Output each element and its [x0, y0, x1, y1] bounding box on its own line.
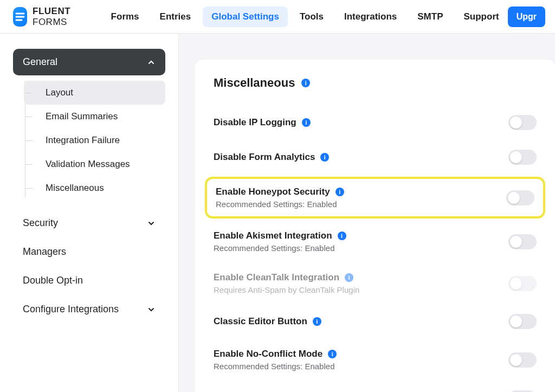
sidebar-item-integration-failure[interactable]: Integration Failure [24, 128, 165, 152]
info-icon[interactable]: i [302, 118, 311, 127]
toggle-switch[interactable] [508, 314, 537, 329]
info-icon[interactable]: i [320, 153, 329, 162]
main-content: Miscellaneous i Disable IP LoggingiDisab… [179, 34, 555, 392]
info-icon[interactable]: i [328, 350, 337, 358]
setting-title: Enable Honeypot Securityi [216, 187, 344, 197]
setting-row: Enable No-Conflict ModeiRecommended Sett… [214, 339, 537, 381]
setting-subtitle: Recommended Settings: Enabled [216, 200, 344, 209]
chevron-up-icon [147, 58, 156, 67]
info-icon[interactable]: i [345, 273, 353, 282]
toggle-switch [508, 276, 537, 291]
sidebar-item-miscellaneous[interactable]: Miscellaneous [24, 176, 165, 200]
topbar: FLUENT FORMS FormsEntriesGlobal Settings… [0, 0, 555, 34]
toggle-switch[interactable] [508, 352, 537, 368]
setting-title: Disable Form Analyticsi [214, 152, 329, 163]
setting-title: Enable CleanTalk Integrationi [214, 272, 359, 283]
nav-item-entries[interactable]: Entries [151, 7, 200, 27]
nav-item-support[interactable]: Support [455, 7, 508, 27]
brand-text: FLUENT FORMS [33, 6, 87, 28]
setting-subtitle: Recommended Settings: Enabled [214, 362, 337, 371]
setting-subtitle: Requires Anti-Spam by CleanTalk Plugin [214, 285, 359, 294]
nav-item-global-settings[interactable]: Global Settings [203, 7, 288, 27]
chevron-down-icon [147, 305, 156, 314]
nav-item-tools[interactable]: Tools [291, 7, 332, 27]
sidebar-item-email-summaries[interactable]: Email Summaries [24, 105, 165, 128]
nav-item-forms[interactable]: Forms [102, 7, 148, 27]
sidebar-item-validation-messages[interactable]: Validation Messages [24, 152, 165, 176]
toggle-switch[interactable] [508, 234, 537, 249]
setting-row: Enable Honeypot SecurityiRecommended Set… [205, 177, 545, 219]
info-icon[interactable]: i [338, 232, 346, 240]
sidebar-item-layout[interactable]: Layout [24, 81, 165, 105]
sidebar-section-configure-integrations[interactable]: Configure Integrations [13, 296, 165, 323]
info-icon[interactable]: i [313, 317, 321, 326]
settings-panel: Miscellaneous i Disable IP LoggingiDisab… [195, 60, 555, 392]
logo-mark-icon [13, 7, 27, 27]
toggle-switch[interactable] [508, 150, 537, 165]
brand-logo[interactable]: FLUENT FORMS [13, 6, 87, 28]
sidebar-section-general[interactable]: General [13, 49, 165, 75]
chevron-down-icon [147, 219, 156, 228]
nav-item-integrations[interactable]: Integrations [335, 7, 405, 27]
toggle-switch[interactable] [506, 190, 534, 205]
setting-row: Enable Auto Tab - Indexi [214, 381, 537, 392]
setting-row: Enable CleanTalk IntegrationiRequires An… [214, 262, 537, 304]
setting-subtitle: Recommended Settings: Enabled [214, 243, 346, 253]
setting-title: Enable No-Conflict Modei [214, 349, 337, 359]
setting-title: Disable IP Loggingi [214, 117, 311, 128]
sidebar-section-double-opt-in[interactable]: Double Opt-in [13, 267, 165, 294]
sidebar-section-security[interactable]: Security [13, 210, 165, 236]
info-icon[interactable]: i [301, 79, 310, 87]
nav-item-smtp[interactable]: SMTP [409, 7, 451, 27]
settings-sidebar: GeneralLayoutEmail SummariesIntegration … [0, 34, 179, 392]
setting-row: Classic Editor Buttoni [214, 304, 537, 339]
setting-title: Enable Akismet Integrationi [214, 230, 346, 241]
setting-row: Disable Form Analyticsi [214, 140, 537, 175]
panel-title: Miscellaneous i [214, 76, 537, 90]
toggle-switch[interactable] [508, 115, 537, 130]
main-nav: FormsEntriesGlobal SettingsToolsIntegrat… [102, 7, 508, 27]
setting-row: Disable IP Loggingi [214, 105, 537, 140]
setting-title: Classic Editor Buttoni [214, 316, 321, 327]
sidebar-section-managers[interactable]: Managers [13, 239, 165, 265]
info-icon[interactable]: i [335, 188, 344, 196]
upgrade-button[interactable]: Upgr [508, 7, 545, 27]
setting-row: Enable Akismet IntegrationiRecommended S… [214, 221, 537, 262]
